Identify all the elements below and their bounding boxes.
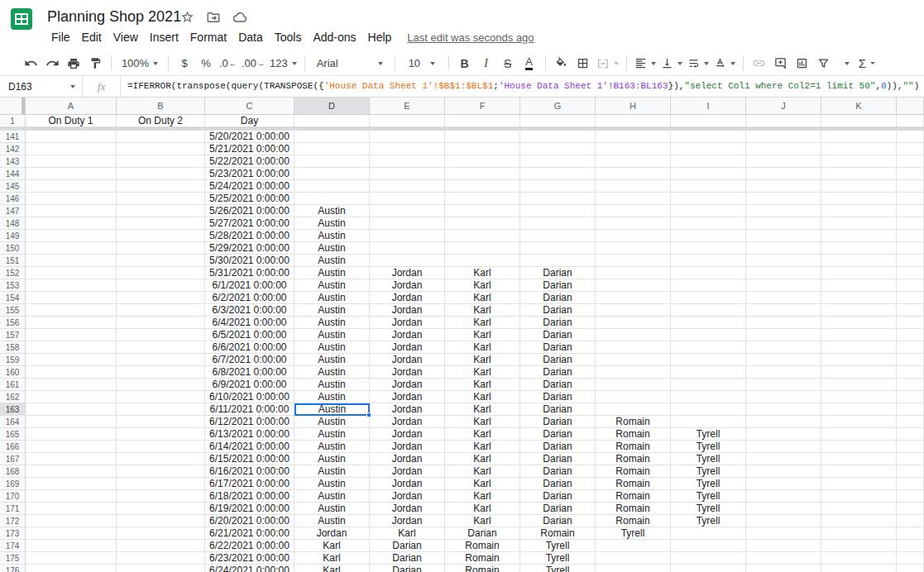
menu-insert[interactable]: Insert	[144, 28, 184, 46]
cell-A150[interactable]	[26, 242, 117, 255]
merge-cells-button[interactable]	[594, 54, 621, 74]
horizontal-align-button[interactable]	[632, 54, 658, 74]
cell-L167[interactable]	[897, 453, 924, 465]
cell-G144[interactable]	[520, 168, 596, 180]
cell-G176[interactable]: Tyrell	[520, 565, 596, 572]
sheets-logo-icon[interactable]	[9, 7, 34, 31]
cell-J155[interactable]	[746, 304, 821, 317]
cell-A156[interactable]	[26, 317, 117, 329]
cell-B146[interactable]	[117, 193, 205, 205]
cell-F141[interactable]	[445, 131, 520, 143]
cell-F1[interactable]	[445, 115, 520, 127]
cell-K161[interactable]	[821, 379, 897, 391]
cell-C173[interactable]: 6/21/2021 0:00:00	[205, 527, 294, 540]
cell-F149[interactable]	[445, 230, 520, 242]
cell-B160[interactable]	[117, 366, 205, 379]
cell-D150[interactable]: Austin	[294, 242, 370, 255]
cell-I167[interactable]: Tyrell	[671, 453, 746, 465]
cell-J163[interactable]	[746, 403, 821, 416]
cell-A154[interactable]	[26, 292, 117, 304]
cell-A142[interactable]	[26, 143, 117, 155]
cell-E151[interactable]	[370, 255, 445, 267]
cell-E157[interactable]: Jordan	[370, 329, 445, 341]
cell-J172[interactable]	[746, 515, 821, 527]
cell-A159[interactable]	[26, 354, 117, 366]
cell-G160[interactable]: Darian	[520, 366, 596, 379]
cell-H146[interactable]	[596, 193, 671, 205]
increase-decimal-button[interactable]: .00→	[239, 54, 267, 74]
cell-L170[interactable]	[897, 490, 924, 503]
cell-L144[interactable]	[897, 168, 924, 180]
insert-chart-button[interactable]	[792, 54, 813, 74]
cell-F163[interactable]: Karl	[445, 403, 520, 416]
cell-E155[interactable]: Jordan	[370, 304, 445, 317]
cell-G167[interactable]: Darian	[520, 453, 596, 465]
cell-K147[interactable]	[821, 205, 897, 217]
cell-B150[interactable]	[117, 242, 205, 255]
cell-H161[interactable]	[596, 379, 671, 391]
cell-B155[interactable]	[117, 304, 205, 317]
cell-A160[interactable]	[26, 366, 117, 379]
cell-A155[interactable]	[26, 304, 117, 317]
cell-C161[interactable]: 6/9/2021 0:00:00	[205, 379, 294, 391]
cell-D174[interactable]: Karl	[294, 540, 370, 552]
cell-D172[interactable]: Austin	[294, 515, 370, 527]
cell-G146[interactable]	[520, 193, 596, 205]
cell-B168[interactable]	[117, 465, 205, 478]
cell-B142[interactable]	[117, 143, 205, 155]
cell-A152[interactable]	[26, 267, 117, 279]
cell-H171[interactable]: Romain	[596, 503, 671, 515]
cell-I171[interactable]: Tyrell	[671, 503, 746, 515]
cell-C176[interactable]: 6/24/2021 0:00:00	[205, 565, 294, 572]
cell-L174[interactable]	[897, 540, 924, 552]
cell-A151[interactable]	[26, 255, 117, 267]
cell-E162[interactable]: Jordan	[370, 391, 445, 403]
cell-D165[interactable]: Austin	[294, 428, 370, 441]
format-currency-button[interactable]: $	[174, 54, 195, 74]
italic-button[interactable]: I	[476, 54, 497, 74]
cell-B156[interactable]	[117, 317, 205, 329]
cell-G172[interactable]: Darian	[520, 515, 596, 527]
cell-K155[interactable]	[821, 304, 897, 317]
cell-G148[interactable]	[520, 217, 596, 230]
cell-F162[interactable]: Karl	[445, 391, 520, 403]
formula-input[interactable]: =IFERROR(transpose(query(TRANSPOSE({'Hou…	[121, 76, 924, 97]
cell-E160[interactable]: Jordan	[370, 366, 445, 379]
format-percent-button[interactable]: %	[195, 54, 217, 74]
cell-G1[interactable]	[520, 115, 596, 127]
cell-E141[interactable]	[370, 131, 445, 143]
cell-I143[interactable]	[671, 155, 746, 168]
cell-E170[interactable]: Jordan	[370, 490, 445, 503]
cell-F152[interactable]: Karl	[445, 267, 520, 279]
cell-C167[interactable]: 6/15/2021 0:00:00	[205, 453, 294, 465]
cell-E159[interactable]: Jordan	[370, 354, 445, 366]
cell-J150[interactable]	[746, 242, 821, 255]
cell-K173[interactable]	[821, 527, 897, 540]
functions-button[interactable]: Σ	[856, 54, 878, 74]
row-header-152[interactable]: 152	[0, 267, 26, 279]
cell-A164[interactable]	[26, 416, 117, 428]
cell-E148[interactable]	[370, 217, 445, 230]
cell-J160[interactable]	[746, 366, 821, 379]
cell-K168[interactable]	[821, 465, 897, 478]
cell-L154[interactable]	[897, 292, 924, 304]
cell-H142[interactable]	[596, 143, 671, 155]
cell-F166[interactable]: Karl	[445, 441, 520, 453]
cell-F173[interactable]: Darian	[445, 527, 520, 540]
cell-D148[interactable]: Austin	[294, 217, 370, 230]
cell-B157[interactable]	[117, 329, 205, 341]
row-header-174[interactable]: 174	[0, 540, 26, 552]
filter-button[interactable]	[813, 54, 835, 74]
cell-E168[interactable]: Jordan	[370, 465, 445, 478]
cell-G154[interactable]: Darian	[520, 292, 596, 304]
cell-D156[interactable]: Austin	[294, 317, 370, 329]
cell-C154[interactable]: 6/2/2021 0:00:00	[205, 292, 294, 304]
cell-J166[interactable]	[746, 441, 821, 453]
insert-comment-button[interactable]	[770, 54, 792, 74]
cell-C163[interactable]: 6/11/2021 0:00:00	[205, 403, 294, 416]
cell-G174[interactable]: Tyrell	[520, 540, 596, 552]
cell-L175[interactable]	[897, 552, 924, 565]
cell-L165[interactable]	[897, 428, 924, 441]
cell-L173[interactable]	[897, 527, 924, 540]
cell-K157[interactable]	[821, 329, 897, 341]
